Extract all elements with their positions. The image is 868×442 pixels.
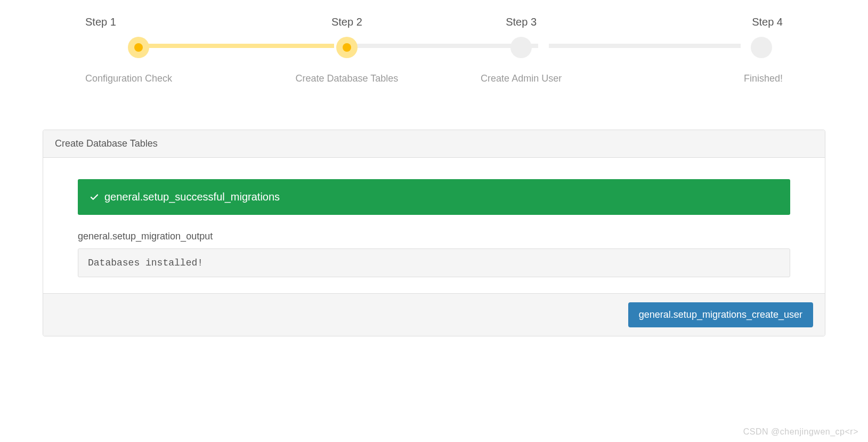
step-desc: Configuration Check (85, 73, 172, 84)
step-circle-icon (751, 37, 772, 58)
step-3[interactable]: Step 3 Create Admin User (434, 16, 609, 84)
panel-body: general.setup_successful_migrations gene… (43, 158, 825, 293)
step-title: Step 1 (85, 16, 116, 28)
step-1[interactable]: Step 1 Configuration Check (85, 16, 259, 84)
watermark: CSDN @chenjingwen_cp<r> (743, 427, 858, 437)
alert-message: general.setup_successful_migrations (104, 191, 280, 203)
output-label: general.setup_migration_output (78, 231, 790, 242)
step-desc: Finished! (744, 73, 783, 84)
setup-panel: Create Database Tables general.setup_suc… (43, 130, 825, 336)
step-title: Step 4 (752, 16, 783, 28)
success-alert: general.setup_successful_migrations (78, 179, 790, 215)
check-icon (90, 192, 99, 202)
next-create-user-button[interactable]: general.setup_migrations_create_user (628, 302, 813, 327)
panel-footer: general.setup_migrations_create_user (43, 293, 825, 336)
step-circle-icon (336, 37, 358, 58)
step-circle-icon (510, 37, 532, 58)
step-4[interactable]: Step 4 Finished! (609, 16, 783, 84)
panel-header: Create Database Tables (43, 130, 825, 158)
step-desc: Create Admin User (481, 73, 562, 84)
step-title: Step 2 (331, 16, 362, 28)
output-box: Databases installed! (78, 248, 790, 277)
step-circle-icon (128, 37, 149, 58)
stepper: Step 1 Configuration Check Step 2 Create… (0, 0, 868, 84)
step-2[interactable]: Step 2 Create Database Tables (259, 16, 434, 84)
step-title: Step 3 (506, 16, 537, 28)
step-desc: Create Database Tables (295, 73, 398, 84)
